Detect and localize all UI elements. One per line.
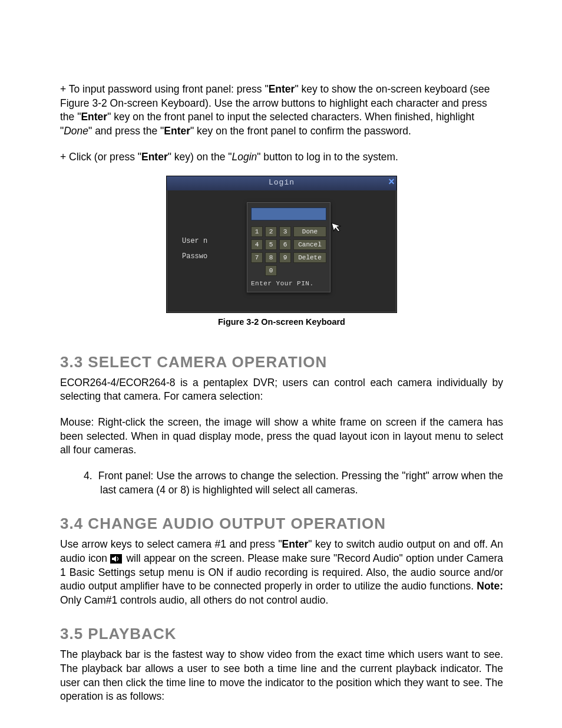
key-2[interactable]: 2 [265,226,277,237]
sec35-p: The playback bar is the fastest way to s… [60,648,503,704]
key-7[interactable]: 7 [251,252,263,263]
sec33-list: 4. Front panel: Use the arrows to change… [84,469,503,497]
key-delete[interactable]: Delete [293,252,326,263]
key-5[interactable]: 5 [265,239,277,250]
key-0[interactable]: 0 [265,265,277,276]
key-6[interactable]: 6 [279,239,291,250]
login-title: Login [269,178,295,187]
pin-prompt: Enter Your PIN. [251,279,326,288]
login-screenshot-figure: Login × 1 2 3 Done 4 5 [60,176,503,313]
sec34-p: Use arrow keys to select camera #1 and p… [60,538,503,607]
key-cancel[interactable]: Cancel [293,239,326,250]
section-3-3-heading: 3.3 SELECT CAMERA OPERATION [60,352,503,373]
key-done[interactable]: Done [293,226,326,237]
key-3[interactable]: 3 [279,226,291,237]
pin-display [251,207,326,220]
password-instruction-para: + To input password using front panel: p… [60,83,503,139]
password-label: Passwo [182,252,220,261]
login-titlebar: Login × [167,176,396,190]
login-window: Login × 1 2 3 Done 4 5 [166,176,397,313]
key-4[interactable]: 4 [251,239,263,250]
key-9[interactable]: 9 [279,252,291,263]
click-login-para: + Click (or press "Enter" key) on the "L… [60,150,503,164]
close-icon[interactable]: × [386,176,397,189]
onscreen-keyboard: 1 2 3 Done 4 5 6 Cancel 7 [247,202,330,292]
sec33-p2: Mouse: Right-click the screen, the image… [60,416,503,457]
figure-caption: Figure 3-2 On-screen Keyboard [60,317,503,328]
sec33-p1: ECOR264-4/ECOR264-8 is a pentaplex DVR; … [60,376,503,404]
key-1[interactable]: 1 [251,226,263,237]
section-3-5-heading: 3.5 PLAYBACK [60,624,503,644]
key-8[interactable]: 8 [265,252,277,263]
audio-icon [110,554,122,564]
section-3-4-heading: 3.4 CHANGE AUDIO OUTPUT OPERATION [60,513,503,534]
user-label: User n [182,236,220,246]
